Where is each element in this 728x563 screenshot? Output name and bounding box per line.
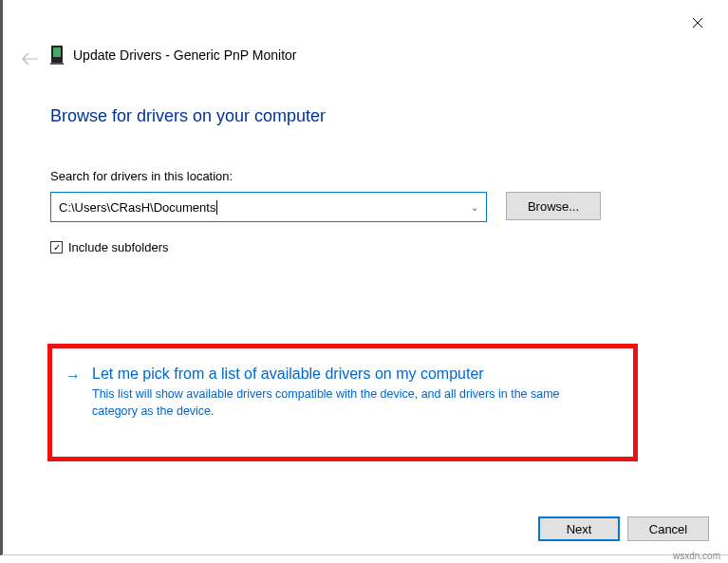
close-icon (692, 17, 703, 28)
search-location-label: Search for drivers in this location: (50, 169, 233, 183)
header-row: Update Drivers - Generic PnP Monitor (50, 46, 297, 65)
page-heading: Browse for drivers on your computer (50, 106, 326, 126)
cancel-button[interactable]: Cancel (627, 516, 709, 541)
include-subfolders-checkbox[interactable]: ✓ (50, 241, 63, 253)
arrow-right-icon: → (65, 367, 81, 385)
driver-path-combobox[interactable]: C:\Users\CRasH\Documents ⌄ (50, 192, 487, 222)
svg-rect-3 (53, 47, 61, 57)
dialog-footer: Next Cancel (538, 516, 709, 541)
path-row: C:\Users\CRasH\Documents ⌄ Browse... (50, 192, 601, 222)
pick-option-title: Let me pick from a list of available dri… (92, 366, 605, 383)
include-subfolders-label: Include subfolders (68, 240, 169, 254)
window-title: Update Drivers - Generic PnP Monitor (73, 47, 297, 63)
pick-option-content: Let me pick from a list of available dri… (92, 366, 605, 420)
watermark: wsxdn.com (673, 551, 720, 561)
pick-option-description: This list will show available drivers co… (92, 386, 605, 420)
pick-from-list-option[interactable]: → Let me pick from a list of available d… (65, 366, 624, 420)
include-subfolders-row[interactable]: ✓ Include subfolders (50, 240, 169, 254)
chevron-down-icon: ⌄ (471, 202, 478, 213)
dialog-frame: Update Drivers - Generic PnP Monitor Bro… (0, 0, 728, 555)
driver-path-value: C:\Users\CRasH\Documents (59, 200, 217, 215)
back-arrow-icon[interactable] (22, 52, 39, 68)
highlight-annotation: → Let me pick from a list of available d… (47, 344, 638, 461)
next-button[interactable]: Next (538, 516, 620, 541)
svg-rect-4 (50, 63, 64, 65)
close-button[interactable] (681, 11, 715, 34)
browse-button[interactable]: Browse... (506, 192, 601, 220)
monitor-icon (50, 46, 64, 65)
